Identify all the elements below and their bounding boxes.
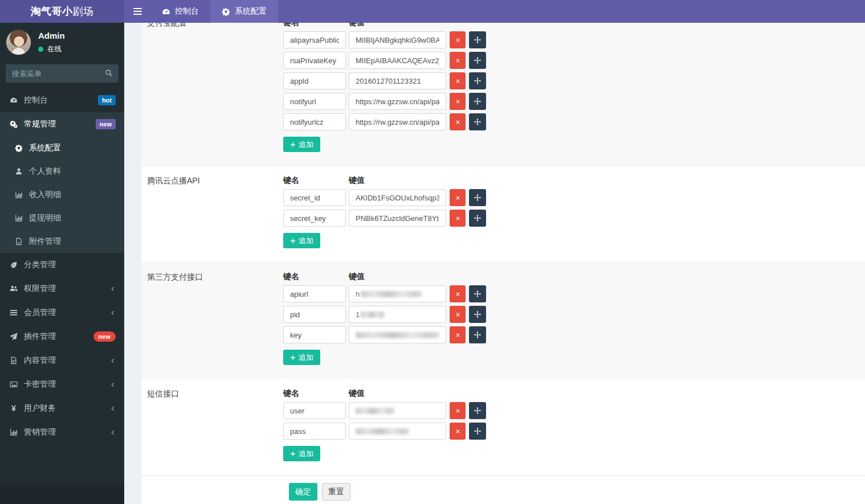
redacted-value-prefix: 1 — [356, 310, 360, 319]
bar-chart-icon — [14, 214, 24, 222]
chevron-left-icon — [109, 286, 116, 292]
sidebar-item[interactable]: ¥用户财务 — [0, 396, 124, 420]
key-name-input[interactable] — [283, 189, 346, 206]
close-icon — [455, 216, 460, 221]
delete-row-button[interactable] — [450, 210, 466, 227]
key-value-input[interactable] — [349, 31, 446, 48]
move-row-button[interactable] — [469, 285, 486, 302]
delete-row-button[interactable] — [450, 189, 466, 206]
sidebar-item[interactable]: 分类管理 — [0, 253, 124, 277]
delete-row-button[interactable] — [450, 326, 466, 343]
sidebar-item[interactable]: 系统配置 — [0, 136, 124, 159]
close-icon — [455, 408, 460, 413]
move-row-button[interactable] — [469, 189, 486, 206]
key-name-input[interactable] — [283, 52, 346, 69]
key-value-input[interactable] — [349, 52, 446, 69]
delete-row-button[interactable] — [450, 285, 466, 302]
key-name-input[interactable] — [283, 210, 346, 227]
delete-row-button[interactable] — [450, 423, 466, 440]
key-name-input[interactable] — [283, 306, 346, 323]
reset-button[interactable]: 重置 — [322, 483, 350, 501]
move-row-button[interactable] — [469, 52, 486, 69]
sidebar-item[interactable]: 收入明细 — [0, 183, 124, 206]
move-row-button[interactable] — [469, 72, 486, 89]
key-name-input[interactable] — [283, 423, 346, 440]
append-row-button[interactable]: 追加 — [283, 137, 320, 152]
sidebar-item[interactable]: 插件管理new — [0, 325, 124, 349]
append-row-button[interactable]: 追加 — [283, 446, 320, 461]
plus-icon — [290, 451, 296, 457]
sidebar-item[interactable]: 权限管理 — [0, 277, 124, 301]
chevron-left-icon — [109, 405, 116, 412]
key-value-input[interactable] — [349, 402, 446, 419]
redacted-value-prefix: h — [356, 290, 360, 298]
sidebar-item[interactable]: 附件管理 — [0, 230, 124, 253]
config-row: h — [283, 285, 865, 302]
sidebar-item-label: 个人资料 — [29, 166, 61, 177]
key-value-input[interactable] — [349, 189, 446, 206]
key-value-input[interactable] — [349, 72, 446, 89]
search-button[interactable] — [101, 67, 116, 80]
close-icon — [455, 120, 460, 125]
key-name-input[interactable] — [283, 113, 346, 130]
key-value-input[interactable]: 1 — [349, 306, 446, 323]
sidebar-item[interactable]: 内容管理 — [0, 349, 124, 372]
key-name-input[interactable] — [283, 93, 346, 110]
delete-row-button[interactable] — [450, 72, 466, 89]
sidebar-toggle-button[interactable] — [124, 0, 150, 23]
append-row-button[interactable]: 追加 — [283, 350, 320, 365]
move-row-button[interactable] — [469, 326, 486, 343]
user-status-label: 在线 — [47, 44, 62, 54]
nav-tab-system-config[interactable]: 系统配置 — [210, 0, 278, 23]
close-icon — [455, 429, 460, 434]
app-logo[interactable]: 淘气哥小剧场 — [0, 0, 124, 23]
nav-tab-console[interactable]: 控制台 — [150, 0, 210, 23]
delete-row-button[interactable] — [450, 402, 466, 419]
move-row-button[interactable] — [469, 93, 486, 110]
move-row-button[interactable] — [469, 423, 486, 440]
key-name-input[interactable] — [283, 402, 346, 419]
file-text-icon — [9, 357, 19, 364]
sidebar-item[interactable]: 提现明细 — [0, 206, 124, 230]
config-section: 腾讯云点播API键名键值追加 — [141, 166, 865, 263]
config-row: 1 — [283, 306, 865, 323]
online-status-dot — [38, 47, 43, 52]
delete-row-button[interactable] — [450, 93, 466, 110]
move-row-button[interactable] — [469, 306, 486, 323]
move-row-button[interactable] — [469, 31, 486, 48]
confirm-button[interactable]: 确定 — [289, 483, 317, 501]
key-name-input[interactable] — [283, 285, 346, 302]
sidebar-menu: 控制台hot常规管理new系统配置个人资料收入明细提现明细附件管理分类管理权限管… — [0, 88, 124, 444]
user-avatar[interactable] — [6, 30, 31, 55]
delete-row-button[interactable] — [450, 113, 466, 130]
move-row-button[interactable] — [469, 210, 486, 227]
move-row-button[interactable] — [469, 113, 486, 130]
sidebar-submenu: 系统配置个人资料收入明细提现明细附件管理 — [0, 136, 124, 253]
key-value-input[interactable]: h — [349, 285, 446, 302]
user-panel: Admin 在线 — [0, 23, 124, 61]
sidebar-item[interactable]: 卡密管理 — [0, 372, 124, 396]
delete-row-button[interactable] — [450, 31, 466, 48]
move-row-button[interactable] — [469, 402, 486, 419]
key-column-header: 键名 — [283, 388, 349, 398]
sidebar-item[interactable]: 控制台hot — [0, 88, 124, 112]
sidebar-item[interactable]: 个人资料 — [0, 159, 124, 183]
menu-badge: hot — [98, 95, 116, 105]
sidebar-item[interactable]: 常规管理new — [0, 112, 124, 136]
close-icon — [455, 312, 460, 317]
key-name-input[interactable] — [283, 326, 346, 343]
key-value-input[interactable] — [349, 113, 446, 130]
key-name-input[interactable] — [283, 31, 346, 48]
key-name-input[interactable] — [283, 72, 346, 89]
key-value-input[interactable] — [349, 210, 446, 227]
section-form: 键名键值h1追加 — [283, 271, 865, 365]
key-value-input[interactable] — [349, 326, 446, 343]
key-value-input[interactable] — [349, 423, 446, 440]
sidebar-item[interactable]: 营销管理 — [0, 420, 124, 444]
append-row-button[interactable]: 追加 — [283, 233, 320, 248]
delete-row-button[interactable] — [450, 52, 466, 69]
section-title: 支付宝配置 — [147, 17, 283, 152]
delete-row-button[interactable] — [450, 306, 466, 323]
key-value-input[interactable] — [349, 93, 446, 110]
sidebar-item[interactable]: 会员管理 — [0, 301, 124, 325]
